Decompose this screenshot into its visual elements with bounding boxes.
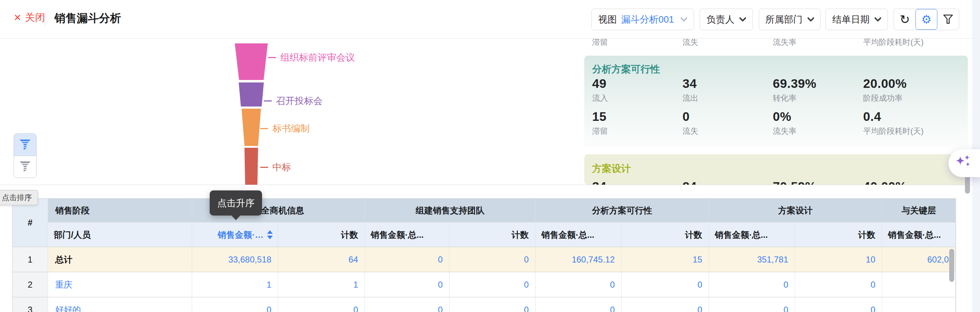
cell-value[interactable]: 0: [192, 297, 278, 312]
chevron-down-icon: [681, 17, 687, 22]
stat-label: 滞留: [592, 39, 682, 47]
settings-button[interactable]: ⚙: [915, 9, 937, 30]
stat-label: 转化率: [773, 93, 863, 103]
row-index: 2: [13, 272, 48, 297]
subheader-sales-amount[interactable]: 销售金额·总...: [365, 223, 450, 247]
label-tick: [260, 167, 268, 168]
stat-value-clipped: 40.00%: [863, 179, 956, 185]
owner-filter-dropdown[interactable]: 负责人: [700, 9, 753, 30]
subheader-count[interactable]: 计数: [795, 223, 882, 247]
stat-label: 流出: [682, 93, 773, 103]
table-scrollbar-thumb[interactable]: [949, 249, 954, 282]
label-tick: [264, 100, 272, 102]
funnel-stage-label: 召开投标会: [264, 95, 323, 107]
group-header-sales-stage: 销售阶段: [48, 199, 192, 223]
stat-label: 平均阶段耗时(天): [863, 126, 956, 137]
stat-value: 49: [592, 76, 682, 91]
stat-label: 滞留: [592, 126, 682, 137]
cell-value[interactable]: [882, 297, 956, 312]
refresh-button[interactable]: ↻: [894, 9, 915, 30]
row-name-link[interactable]: 重庆: [48, 272, 192, 297]
stat-value: 0.4: [863, 109, 956, 124]
group-header-stage-2: 组建销售支持团队: [365, 199, 536, 223]
cell-value[interactable]: 0: [795, 297, 882, 312]
cell-value[interactable]: 0: [365, 247, 450, 272]
stat-value-clipped: 34: [592, 179, 682, 185]
view-selector[interactable]: 视图 漏斗分析001: [592, 9, 694, 30]
funnel-stage-label: 组织标前评审会议: [268, 51, 355, 64]
funnel-pivot-table: # 销售阶段 补全商机信息 组建销售支持团队 分析方案可行性 方案设计 与关键层…: [12, 198, 956, 312]
group-header-stage-3: 分析方案可行性: [536, 199, 709, 223]
label-tick: [260, 128, 268, 129]
ai-assistant-button[interactable]: [948, 149, 980, 177]
cell-value[interactable]: 0: [450, 247, 536, 272]
subheader-count[interactable]: 计数: [278, 223, 365, 247]
cell-value[interactable]: 0: [536, 272, 622, 297]
cell-value[interactable]: 0: [365, 272, 450, 297]
stat-value: 15: [592, 109, 682, 124]
row-name-link[interactable]: 好好的: [48, 297, 192, 312]
stat-label: 流失率: [773, 39, 863, 47]
funnel-view-button-inactive[interactable]: [14, 156, 36, 178]
department-filter-dropdown[interactable]: 所属部门: [759, 9, 821, 30]
cell-value[interactable]: [882, 272, 956, 297]
stat-value: 0%: [773, 109, 863, 124]
cell-value[interactable]: 0: [709, 272, 795, 297]
funnel-filled-icon: [19, 139, 31, 151]
cell-value[interactable]: 0: [622, 272, 709, 297]
funnel-view-button-active[interactable]: [14, 134, 36, 156]
cell-value[interactable]: 15: [622, 247, 709, 272]
cell-value[interactable]: 10: [795, 247, 882, 272]
top-header-bar: ✕ 关闭 销售漏斗分析 视图 漏斗分析001 负责人 所属部门 结单日期 ↻: [0, 0, 972, 39]
close-button[interactable]: ✕ 关闭: [14, 11, 45, 24]
stage-card-design: 方案设计 34 24 70.59% 40.00%: [584, 154, 968, 185]
stat-label: 流失率: [773, 126, 863, 137]
view-label: 视图: [598, 13, 617, 26]
cell-value[interactable]: 0: [795, 272, 882, 297]
subheader-sales-amount[interactable]: 销售金额·总...: [709, 223, 795, 247]
toolbar-icon-group: ↻ ⚙: [894, 9, 959, 30]
cell-value[interactable]: 0: [622, 297, 709, 312]
stage-card-feasibility: 分析方案可行性 49 34 69.39% 20.00% 流入 流出 转化率 阶段…: [584, 56, 968, 147]
stat-value-clipped: 70.59%: [773, 179, 863, 185]
cell-value[interactable]: 1: [278, 272, 365, 297]
cell-value[interactable]: 0: [450, 272, 536, 297]
funnel-stage-segment-3[interactable]: [242, 109, 261, 146]
funnel-stage-segment-1[interactable]: [235, 43, 268, 80]
group-header-stage-5-clipped: 与关键层: [882, 199, 956, 223]
stat-label: 流入: [592, 93, 682, 103]
view-value: 漏斗分析001: [621, 13, 674, 26]
close-date-filter-dropdown[interactable]: 结单日期: [826, 9, 888, 30]
subheader-sales-amount[interactable]: 销售金额·总...: [882, 223, 956, 247]
subheader-count[interactable]: 计数: [450, 223, 536, 247]
funnel-stage-label: 标书编制: [260, 122, 310, 135]
cell-value[interactable]: 1: [192, 272, 278, 297]
stat-value-clipped: 24: [682, 179, 773, 185]
cell-value[interactable]: 351,781: [709, 247, 795, 272]
row-index-column-header: #: [13, 199, 48, 247]
cell-value[interactable]: 0: [278, 297, 365, 312]
group-header-stage-4: 方案设计: [709, 199, 882, 223]
cell-value[interactable]: 0: [365, 297, 450, 312]
subheader-sales-amount-sorted[interactable]: 销售金额·…: [192, 223, 278, 247]
close-icon: ✕: [14, 13, 22, 22]
cell-value[interactable]: 0: [450, 297, 536, 312]
filter-button[interactable]: [937, 9, 959, 30]
cell-value[interactable]: 64: [278, 247, 365, 272]
subheader-dept-person[interactable]: 部门/人员: [48, 223, 192, 247]
cell-value-clipped[interactable]: 602,0: [882, 247, 956, 272]
sort-arrows-icon[interactable]: [267, 230, 273, 239]
cell-value[interactable]: 0: [536, 297, 622, 312]
funnel-stage-segment-2[interactable]: [239, 83, 264, 107]
cell-value[interactable]: 33,680,518: [192, 247, 278, 272]
stat-label: 平均阶段耗时(天): [863, 39, 956, 47]
subheader-sales-amount[interactable]: 销售金额·总...: [536, 223, 622, 247]
gear-icon: ⚙: [921, 14, 932, 25]
section-divider: [0, 185, 972, 185]
funnel-stage-segment-4[interactable]: [245, 148, 258, 185]
subheader-count[interactable]: 计数: [622, 223, 709, 247]
cell-value[interactable]: 0: [709, 297, 795, 312]
cell-value[interactable]: 160,745.12: [536, 247, 622, 272]
stat-label: 阶段成功率: [863, 93, 956, 103]
row-name-total: 总计: [48, 247, 192, 272]
